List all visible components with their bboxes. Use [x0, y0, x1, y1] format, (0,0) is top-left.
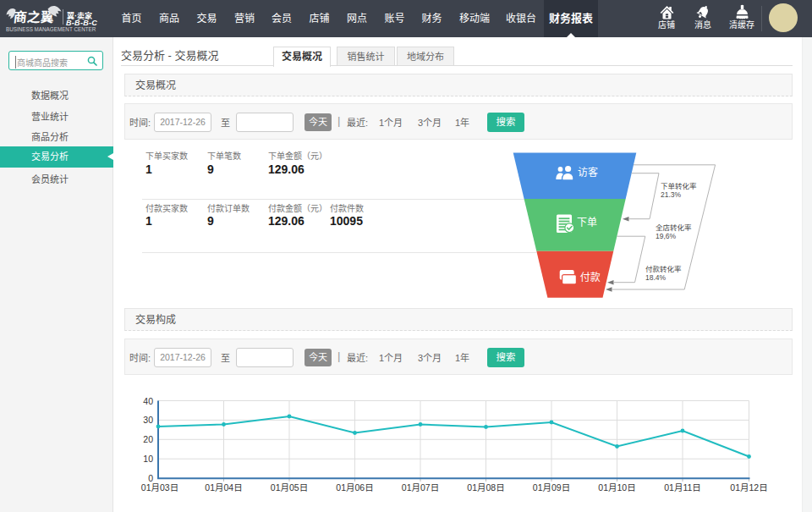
- svg-text:01月06日: 01月06日: [336, 482, 373, 493]
- svg-text:10: 10: [143, 454, 153, 464]
- svg-text:访客: 访客: [578, 166, 598, 179]
- svg-text:付款: 付款: [580, 272, 601, 284]
- svg-text:01月07日: 01月07日: [402, 482, 439, 493]
- svg-text:01月11日: 01月11日: [664, 482, 701, 493]
- svg-text:01月12日: 01月12日: [730, 482, 767, 493]
- svg-text:01月10日: 01月10日: [598, 482, 635, 493]
- svg-text:40: 40: [143, 396, 153, 406]
- svg-text:01月04日: 01月04日: [205, 482, 242, 493]
- svg-text:01月09日: 01月09日: [533, 482, 570, 493]
- svg-text:01月08日: 01月08日: [467, 482, 504, 493]
- svg-text:20: 20: [143, 434, 153, 444]
- svg-text:30: 30: [143, 415, 153, 425]
- svg-text:下单: 下单: [577, 217, 597, 228]
- svg-text:01月05日: 01月05日: [271, 482, 308, 493]
- svg-text:01月03日: 01月03日: [141, 482, 178, 493]
